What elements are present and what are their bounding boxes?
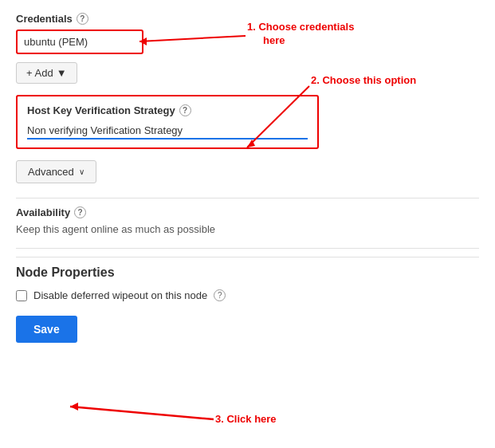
advanced-label: Advanced	[28, 166, 74, 178]
add-button-label: + Add	[26, 67, 53, 79]
availability-label: Availability	[16, 206, 70, 218]
disable-deferred-checkbox[interactable]	[16, 290, 27, 301]
save-button-label: Save	[33, 323, 60, 336]
credentials-value: ubuntu (PEM)	[16, 29, 143, 54]
credentials-label: Credentials ?	[16, 13, 479, 25]
node-properties-title: Node Properties	[16, 257, 479, 280]
disable-deferred-label: Disable deferred wipeout on this node	[33, 289, 207, 301]
add-chevron-icon: ▼	[57, 67, 67, 79]
advanced-button[interactable]: Advanced ∨	[16, 160, 96, 183]
availability-description: Keep this agent online as much as possib…	[16, 223, 479, 235]
availability-section: Availability ? Keep this agent online as…	[16, 206, 479, 235]
annotation-step3: 3. Click here	[215, 413, 277, 425]
divider-2	[16, 248, 479, 249]
availability-help-icon[interactable]: ?	[74, 206, 86, 218]
credentials-help-icon[interactable]: ?	[77, 13, 88, 25]
availability-label-row: Availability ?	[16, 206, 479, 218]
hkv-help-icon[interactable]: ?	[179, 104, 191, 116]
arrow-3-head	[70, 403, 78, 411]
hkv-section: Host Key Verification Strategy ? Non ver…	[16, 95, 319, 149]
credentials-text: Credentials	[16, 13, 73, 25]
arrow-3-line	[70, 407, 214, 419]
hkv-value[interactable]: Non verifying Verification Strategy	[27, 123, 308, 140]
divider-1	[16, 198, 479, 198]
hkv-label: Host Key Verification Strategy	[27, 104, 175, 116]
save-button[interactable]: Save	[16, 316, 77, 343]
hkv-label-row: Host Key Verification Strategy ?	[27, 104, 308, 116]
add-button[interactable]: + Add ▼	[16, 62, 77, 84]
disable-deferred-help-icon[interactable]: ?	[214, 289, 226, 301]
disable-deferred-row: Disable deferred wipeout on this node ?	[16, 289, 479, 301]
advanced-chevron-icon: ∨	[79, 167, 84, 176]
